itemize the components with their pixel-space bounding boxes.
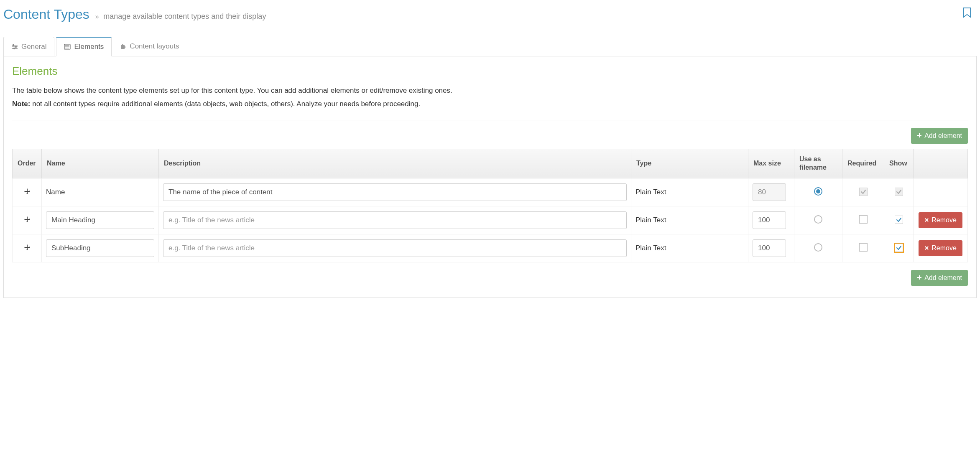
th-actions bbox=[914, 149, 968, 178]
sliders-icon bbox=[11, 43, 18, 50]
svg-point-3 bbox=[13, 44, 14, 46]
table-row: NamePlain Text bbox=[13, 178, 968, 206]
max-size-input bbox=[753, 183, 786, 201]
tab-label: Content layouts bbox=[130, 42, 179, 51]
x-icon bbox=[924, 244, 929, 252]
page-title: Content Types bbox=[3, 7, 89, 22]
puzzle-icon bbox=[120, 43, 126, 50]
name-input[interactable] bbox=[46, 239, 154, 257]
page-subtitle: manage available content types and their… bbox=[103, 12, 266, 20]
tab-label: General bbox=[21, 43, 46, 51]
plus-icon bbox=[917, 274, 922, 282]
remove-button[interactable]: Remove bbox=[919, 212, 962, 228]
chevron-right-icon: » bbox=[95, 13, 99, 20]
name-input[interactable] bbox=[46, 211, 154, 229]
x-icon bbox=[924, 216, 929, 224]
use-as-filename-radio[interactable] bbox=[814, 243, 822, 252]
remove-button[interactable]: Remove bbox=[919, 240, 962, 256]
description-input[interactable] bbox=[163, 239, 627, 257]
plus-icon bbox=[917, 132, 922, 140]
tab-general[interactable]: General bbox=[3, 37, 54, 56]
type-cell: Plain Text bbox=[631, 234, 748, 262]
required-checkbox bbox=[859, 188, 868, 196]
tab-content-layouts[interactable]: Content layouts bbox=[112, 37, 187, 56]
elements-table: Order Name Description Type Max size Use… bbox=[12, 149, 968, 263]
table-row: Plain Text Remove bbox=[13, 234, 968, 262]
table-row: Plain Text Remove bbox=[13, 206, 968, 234]
page-subtitle-wrap: » manage available content types and the… bbox=[95, 12, 266, 21]
show-checkbox bbox=[895, 188, 903, 196]
max-size-input[interactable] bbox=[753, 211, 786, 229]
page-header: Content Types » manage available content… bbox=[3, 3, 977, 29]
panel-elements: Elements The table below shows the conte… bbox=[3, 56, 977, 298]
th-name: Name bbox=[42, 149, 159, 178]
th-use-as-filename: Use as filename bbox=[794, 149, 842, 178]
tab-elements[interactable]: Elements bbox=[56, 37, 112, 56]
list-icon bbox=[64, 43, 71, 50]
description-input[interactable] bbox=[163, 183, 627, 201]
divider bbox=[12, 120, 968, 120]
drag-handle-icon[interactable] bbox=[17, 244, 37, 251]
description-input[interactable] bbox=[163, 211, 627, 229]
button-label: Add element bbox=[924, 132, 962, 140]
section-title: Elements bbox=[12, 65, 968, 78]
required-checkbox[interactable] bbox=[859, 243, 868, 252]
required-checkbox[interactable] bbox=[859, 215, 868, 224]
name-label: Name bbox=[46, 188, 65, 196]
add-element-button[interactable]: Add element bbox=[911, 270, 968, 286]
bookmark-icon[interactable] bbox=[962, 7, 972, 18]
note-text: not all content types require additional… bbox=[30, 100, 420, 108]
max-size-input[interactable] bbox=[753, 239, 786, 257]
th-order: Order bbox=[13, 149, 42, 178]
th-description: Description bbox=[159, 149, 631, 178]
button-label: Add element bbox=[924, 274, 962, 282]
th-required: Required bbox=[842, 149, 884, 178]
add-element-button[interactable]: Add element bbox=[911, 128, 968, 144]
show-checkbox[interactable] bbox=[895, 244, 903, 252]
th-type: Type bbox=[631, 149, 748, 178]
tab-label: Elements bbox=[74, 43, 104, 51]
section-description: The table below shows the content type e… bbox=[12, 85, 968, 96]
drag-handle-icon[interactable] bbox=[17, 216, 37, 223]
show-checkbox[interactable] bbox=[895, 216, 903, 224]
drag-handle-icon[interactable] bbox=[17, 188, 37, 195]
button-label: Remove bbox=[932, 216, 957, 224]
button-label: Remove bbox=[932, 244, 957, 252]
toolbar-top: Add element bbox=[12, 128, 968, 144]
note-label: Note: bbox=[12, 100, 30, 108]
svg-point-4 bbox=[15, 46, 17, 47]
use-as-filename-radio[interactable] bbox=[814, 215, 822, 224]
type-cell: Plain Text bbox=[631, 206, 748, 234]
tabs: General Elements Content layouts bbox=[3, 37, 977, 56]
svg-point-5 bbox=[14, 48, 15, 49]
type-cell: Plain Text bbox=[631, 178, 748, 206]
th-max-size: Max size bbox=[748, 149, 794, 178]
section-note: Note: not all content types require addi… bbox=[12, 99, 968, 109]
th-show: Show bbox=[884, 149, 914, 178]
toolbar-bottom: Add element bbox=[12, 270, 968, 286]
use-as-filename-radio[interactable] bbox=[814, 187, 822, 196]
